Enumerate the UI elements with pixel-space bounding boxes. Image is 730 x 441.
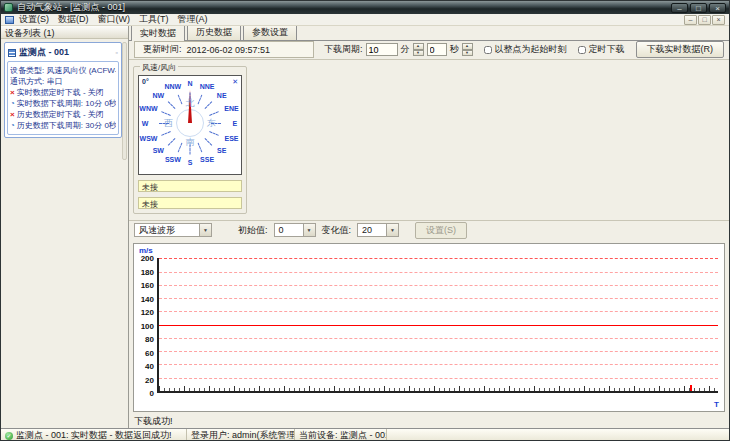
realtime-period-line: ◔ 实时数据下载周期: 10分 0秒 (10, 98, 116, 109)
gridline (159, 311, 718, 312)
status-bar: ✓ 监测点 - 001: 实时数据 - 数据返回成功! 登录用户: admin(… (1, 428, 729, 441)
chart-ytick-gutter: 200180160140120100806040200 (136, 258, 155, 393)
compass-direction-label: NNW (165, 83, 182, 90)
device-type-text: 设备类型: 风速风向仪 (ACFW-4) (10, 65, 116, 76)
waveform-select[interactable]: 风速波形 ▼ (134, 223, 212, 237)
waveform-controls: 风速波形 ▼ 初始值: 0 ▼ 变化值: 20 ▼ 设置(S) (129, 220, 729, 241)
minutes-spinner[interactable]: ▲ ▼ (413, 43, 424, 56)
change-value-label: 变化值: (322, 224, 352, 237)
period-minutes-input[interactable] (366, 43, 398, 56)
wind-speed-field: 未接 (138, 180, 242, 192)
compass-direction-label: NW (152, 91, 164, 98)
menu-bar: 设置(S) 数据(D) 窗口(W) 工具(T) 管理(A) – □ × (1, 14, 729, 26)
tab-bar: 实时数据 历史数据 参数设置 (129, 26, 729, 41)
menu-settings[interactable]: 设置(S) (19, 13, 49, 26)
app-window: 自动气象站 - [监测点 - 001] – □ × 设置(S) 数据(D) 窗口… (0, 0, 730, 441)
history-period-line: ◔ 历史数据下载周期: 30分 0秒 (10, 120, 116, 131)
compass-tick (198, 142, 203, 152)
seconds-unit-label: 秒 (450, 43, 459, 56)
change-value-select[interactable]: 20 ▼ (357, 223, 399, 237)
mdi-restore-button[interactable]: □ (698, 15, 711, 25)
content-area: 设备列表 (1) 监测点 - 001 ▫ 设备类型: 风速风向仪 (ACFW-4… (1, 26, 729, 428)
compass-tick (161, 111, 171, 116)
wind-direction-field: 未接 (138, 197, 242, 209)
menu-window[interactable]: 窗口(W) (98, 13, 131, 26)
chevron-down-icon[interactable]: ▼ (303, 224, 315, 236)
x-icon: × (10, 109, 15, 120)
compass-tick (159, 123, 169, 124)
chevron-down-icon[interactable]: ▼ (386, 224, 398, 236)
wind-panel-title: 风速/风向 (140, 62, 178, 73)
menu-tools[interactable]: 工具(T) (139, 13, 169, 26)
y-tick-label: 140 (141, 294, 154, 303)
compass-tick (209, 131, 219, 136)
device-card-title[interactable]: 监测点 - 001 ▫ (6, 44, 120, 60)
history-timed-line: × 历史数据定时下载 - 关闭 (10, 109, 116, 120)
tab-parameter-settings[interactable]: 参数设置 (243, 26, 297, 40)
mdi-child-icon[interactable] (5, 16, 14, 24)
y-tick-label: 60 (145, 348, 154, 357)
login-user-text: 登录用户: admin(系统管理员) (191, 429, 295, 441)
download-status-text: 下载成功! (129, 412, 729, 428)
menu-admin[interactable]: 管理(A) (178, 13, 208, 26)
y-tick-label: 200 (141, 254, 154, 263)
gridline (159, 298, 718, 299)
download-realtime-button[interactable]: 下载实时数据(R) (636, 41, 725, 58)
waveform-chart: m/s 200180160140120100806040200 T (133, 243, 725, 412)
update-time-value: 2012-06-02 09:57:51 (187, 45, 271, 55)
close-button[interactable]: × (709, 3, 726, 13)
spinner-down-icon[interactable]: ▼ (413, 50, 424, 57)
device-title-label: 监测点 - 001 (19, 46, 69, 59)
compass-direction-label: SW (153, 147, 164, 154)
minimize-button[interactable]: – (671, 3, 688, 13)
seconds-spinner[interactable]: ▲ ▼ (462, 43, 473, 56)
y-tick-label: 0 (150, 389, 154, 398)
device-info-box: 设备类型: 风速风向仪 (ACFW-4) 通讯方式: 串口 × 实时数据定时下载… (7, 61, 119, 135)
initial-value-select[interactable]: 0 ▼ (274, 223, 316, 237)
wind-direction-degrees: 0° (142, 78, 149, 85)
compass-tick (178, 142, 183, 152)
compass-tick (178, 94, 183, 104)
compass-tick (204, 101, 212, 109)
pin-icon[interactable]: ▫ (116, 49, 118, 56)
y-tick-label: 20 (145, 375, 154, 384)
hour-start-checkbox[interactable] (484, 46, 492, 54)
compass-direction-label: E (233, 119, 238, 126)
period-seconds-input[interactable] (427, 43, 447, 56)
sidebar-scrollbar[interactable] (122, 42, 127, 160)
toolbar: 更新时间: 2012-06-02 09:57:51 下载周期: 分 ▲ ▼ 秒 … (129, 41, 729, 60)
maximize-button[interactable]: □ (690, 3, 707, 13)
chevron-down-icon[interactable]: ▼ (199, 224, 211, 236)
timed-download-checkbox-row[interactable]: 定时下载 (578, 43, 625, 56)
statusbar-current-device: 当前设备: 监测点 - 001 (295, 429, 387, 441)
clock-icon: ◔ (10, 120, 15, 131)
device-icon (8, 49, 16, 57)
hour-start-checkbox-row[interactable]: 以整点为起始时刻 (484, 43, 567, 56)
compass-direction-label: ENE (224, 104, 238, 111)
tab-history-data[interactable]: 历史数据 (187, 26, 241, 40)
compass-direction-label: N (187, 80, 192, 87)
compass-tick (190, 92, 191, 102)
tab-realtime-data[interactable]: 实时数据 (131, 26, 185, 41)
compass-tick (209, 111, 219, 116)
set-button[interactable]: 设置(S) (415, 222, 467, 239)
spinner-down-icon[interactable]: ▼ (462, 50, 473, 57)
statusbar-login-user: 登录用户: admin(系统管理员) (187, 429, 295, 441)
gridline (159, 364, 718, 365)
compass-tick (161, 131, 171, 136)
device-card[interactable]: 监测点 - 001 ▫ 设备类型: 风速风向仪 (ACFW-4) 通讯方式: 串… (4, 42, 122, 138)
timed-download-checkbox[interactable] (578, 46, 586, 54)
gridline (159, 338, 718, 339)
gridline (159, 285, 718, 286)
wind-compass: 0° ✕ 北 南 东 西 (138, 75, 242, 175)
mdi-minimize-button[interactable]: – (684, 15, 697, 25)
x-axis-label: T (714, 400, 719, 409)
x-icon: × (10, 87, 15, 98)
series-line (159, 325, 718, 326)
initial-value-label: 初始值: (238, 224, 268, 237)
wind-panel: 风速/风向 0° ✕ 北 南 东 西 (133, 66, 247, 214)
mdi-close-button[interactable]: × (712, 15, 725, 25)
realtime-timed-line: × 实时数据定时下载 - 关闭 (10, 87, 116, 98)
compass-tick (168, 138, 176, 146)
menu-data[interactable]: 数据(D) (58, 13, 89, 26)
